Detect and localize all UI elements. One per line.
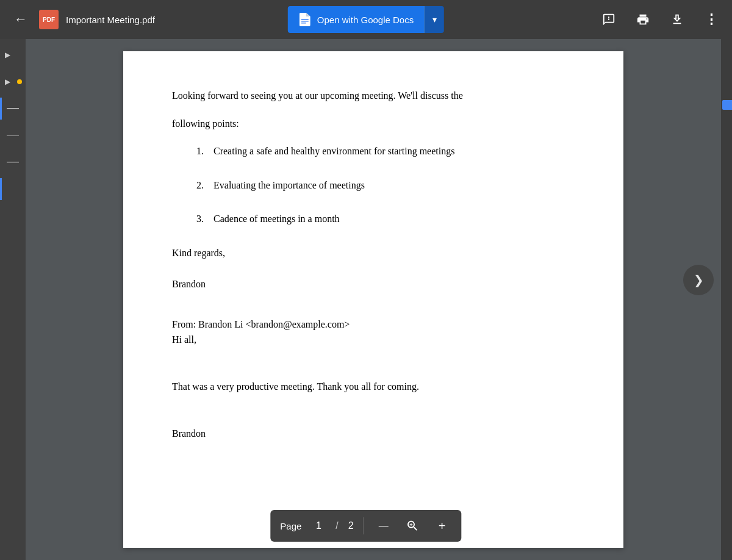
pdf-list: 1. Creating a safe and healthy environme… bbox=[196, 143, 575, 227]
left-sidebar: ▶ ▶ bbox=[0, 39, 26, 560]
sidebar-active-bar bbox=[0, 178, 2, 200]
pdf-section2-closing: Brandon bbox=[172, 426, 575, 442]
list-item-num-2: 2. bbox=[196, 178, 209, 193]
zoom-fit-button[interactable] bbox=[403, 516, 423, 536]
list-item-1: 1. Creating a safe and healthy environme… bbox=[196, 143, 575, 159]
right-panel bbox=[721, 39, 732, 560]
list-item-num-3: 3. bbox=[196, 211, 209, 227]
page-bar: Page / 2 — + bbox=[270, 510, 461, 542]
zoom-icon bbox=[406, 519, 420, 533]
sidebar-line-3 bbox=[7, 162, 19, 163]
page-bar-divider bbox=[364, 517, 364, 534]
toolbar-right: ⋮ bbox=[598, 9, 722, 31]
main-content: ▶ ▶ Looking forward to seeing you at our… bbox=[0, 39, 732, 560]
open-with-google-docs-button[interactable]: Open with Google Docs bbox=[288, 6, 425, 33]
open-docs-label: Open with Google Docs bbox=[317, 15, 414, 25]
dropdown-arrow-icon: ▾ bbox=[432, 15, 437, 24]
svg-rect-2 bbox=[301, 23, 306, 24]
pdf-paragraph-2: following points: bbox=[172, 116, 575, 132]
svg-rect-1 bbox=[301, 21, 309, 22]
list-item-text-3: Cadence of meetings in a month bbox=[214, 211, 340, 227]
zoom-in-icon: + bbox=[439, 519, 446, 533]
notification-dot bbox=[17, 79, 22, 84]
sidebar-item-3[interactable] bbox=[0, 98, 26, 120]
chevron-right-icon: ▶ bbox=[5, 51, 10, 59]
pdf-kind-regards: Kind regards, bbox=[172, 245, 575, 261]
pdf-author-name: Brandon bbox=[172, 276, 575, 292]
list-item-text-2: Evaluating the importance of meetings bbox=[214, 178, 365, 193]
pdf-section2-from: From: Brandon Li <brandon@example.com> bbox=[172, 317, 575, 332]
pdf-viewer[interactable]: Looking forward to seeing you at our upc… bbox=[26, 39, 721, 560]
file-name-label: Important Meeting.pdf bbox=[66, 15, 155, 25]
add-comment-button[interactable] bbox=[598, 9, 620, 31]
print-button[interactable] bbox=[632, 9, 654, 31]
chevron-right-icon-2: ▶ bbox=[5, 77, 10, 86]
zoom-out-button[interactable]: — bbox=[374, 516, 393, 536]
google-docs-icon bbox=[299, 12, 311, 27]
list-item-num-1: 1. bbox=[196, 143, 209, 159]
zoom-in-button[interactable]: + bbox=[432, 516, 452, 536]
list-item-text-1: Creating a safe and healthy environment … bbox=[214, 143, 454, 159]
pdf-icon: PDF bbox=[39, 10, 59, 29]
next-page-button[interactable]: ❯ bbox=[683, 265, 714, 295]
pdf-page: Looking forward to seeing you at our upc… bbox=[123, 51, 623, 548]
total-pages: 2 bbox=[348, 520, 354, 531]
sidebar-item-1[interactable]: ▶ bbox=[0, 44, 26, 66]
open-docs-dropdown-button[interactable]: ▾ bbox=[425, 6, 444, 33]
svg-rect-0 bbox=[301, 19, 309, 20]
next-chevron-icon: ❯ bbox=[694, 273, 704, 287]
sidebar-line-2 bbox=[7, 135, 19, 136]
more-options-button[interactable]: ⋮ bbox=[700, 9, 722, 31]
toolbar-center: Open with Google Docs ▾ bbox=[288, 6, 444, 33]
page-number-input[interactable] bbox=[311, 520, 326, 531]
toolbar: ← PDF Important Meeting.pdf Open with Go… bbox=[0, 0, 732, 39]
sidebar-item-6[interactable] bbox=[0, 178, 26, 200]
page-label: Page bbox=[280, 521, 301, 531]
list-item-2: 2. Evaluating the importance of meetings bbox=[196, 178, 575, 193]
right-panel-indicator bbox=[722, 100, 732, 110]
sidebar-item-2[interactable]: ▶ bbox=[0, 71, 26, 93]
download-button[interactable] bbox=[666, 9, 688, 31]
sidebar-active-indicator bbox=[0, 98, 2, 120]
page-separator: / bbox=[336, 520, 338, 531]
pdf-paragraph-1: Looking forward to seeing you at our upc… bbox=[172, 88, 575, 104]
pdf-section-2: From: Brandon Li <brandon@example.com> H… bbox=[172, 317, 575, 442]
pdf-section2-greeting: Hi all, bbox=[172, 332, 575, 348]
sidebar-item-5[interactable] bbox=[0, 151, 26, 173]
back-button[interactable]: ← bbox=[10, 9, 32, 31]
more-options-icon: ⋮ bbox=[705, 12, 718, 27]
sidebar-item-4[interactable] bbox=[0, 124, 26, 146]
pdf-closing: Kind regards, Brandon bbox=[172, 245, 575, 292]
zoom-out-icon: — bbox=[379, 520, 389, 531]
pdf-section2-body: That was a very productive meeting. Than… bbox=[172, 379, 575, 395]
list-item-3: 3. Cadence of meetings in a month bbox=[196, 211, 575, 227]
sidebar-line bbox=[7, 108, 19, 109]
